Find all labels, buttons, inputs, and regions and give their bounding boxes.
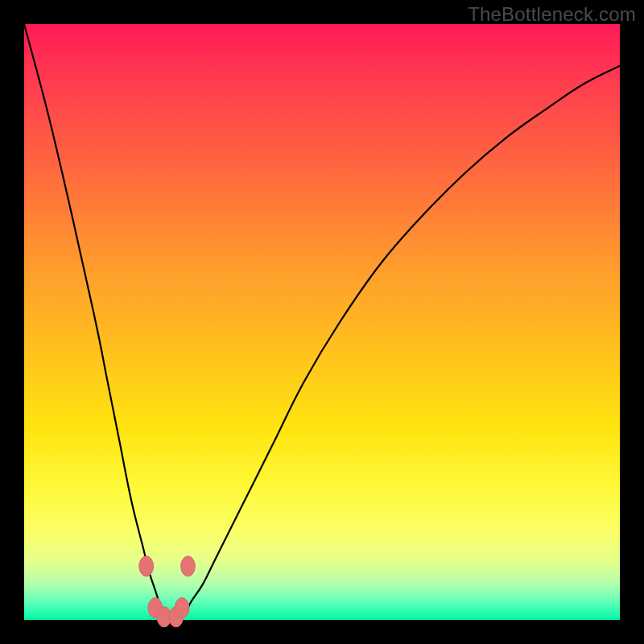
- bottleneck-curve: [24, 24, 620, 621]
- curve-markers: [139, 556, 196, 627]
- chart-frame: TheBottleneck.com: [0, 0, 644, 644]
- curve-marker-1: [181, 556, 196, 576]
- curve-marker-0: [139, 556, 154, 576]
- curve-svg: [24, 24, 620, 620]
- watermark-text: TheBottleneck.com: [468, 3, 636, 26]
- plot-area: [24, 24, 620, 620]
- curve-marker-5: [175, 598, 189, 618]
